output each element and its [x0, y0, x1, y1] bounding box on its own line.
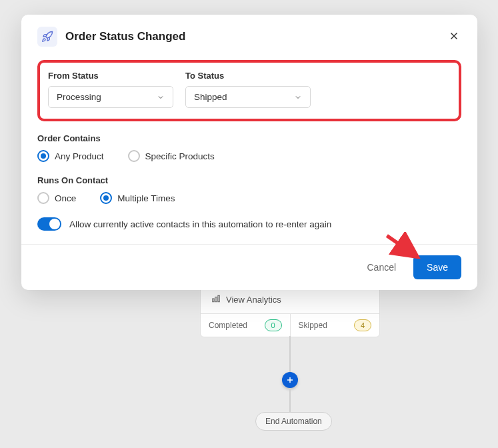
radio-once[interactable]: Once	[37, 192, 76, 204]
completed-count: 0	[265, 319, 282, 331]
connector-line	[289, 336, 291, 373]
save-button[interactable]: Save	[413, 255, 461, 279]
radio-any-product[interactable]: Any Product	[37, 150, 104, 162]
radio-specific-products[interactable]: Specific Products	[128, 150, 215, 162]
order-contains-label: Order Contains	[37, 133, 461, 143]
to-status-label: To Status	[185, 71, 311, 81]
radio-multiple-times[interactable]: Multiple Times	[100, 192, 175, 204]
status-highlight-box: From Status Processing To Status Shipped	[37, 60, 461, 121]
end-automation-pill[interactable]: End Automation	[255, 412, 332, 431]
completed-stat: Completed 0	[201, 314, 291, 337]
to-status-value: Shipped	[194, 92, 227, 102]
cancel-button[interactable]: Cancel	[360, 257, 403, 278]
close-button[interactable]	[448, 30, 461, 43]
order-contains-group: Any Product Specific Products	[37, 150, 461, 162]
reentry-toggle[interactable]	[37, 217, 61, 231]
from-status-label: From Status	[48, 71, 173, 81]
toggle-knob	[49, 219, 60, 229]
reentry-label: Allow currently active contacts in this …	[69, 219, 331, 229]
radio-icon	[100, 192, 112, 204]
modal-title: Order Status Changed	[65, 30, 185, 43]
order-status-modal: Order Status Changed From Status Process…	[21, 15, 477, 290]
svg-rect-0	[213, 299, 214, 302]
runs-on-group: Once Multiple Times	[37, 192, 461, 204]
view-analytics-link[interactable]: View Analytics	[211, 294, 369, 305]
from-status-value: Processing	[57, 92, 101, 102]
chevron-down-icon	[294, 93, 302, 101]
radio-icon	[37, 150, 49, 162]
runs-on-label: Runs On Contact	[37, 175, 461, 185]
radio-icon	[37, 192, 49, 204]
radio-icon	[128, 150, 140, 162]
analytics-label: View Analytics	[226, 295, 281, 305]
connector-line	[289, 388, 291, 413]
chevron-down-icon	[157, 93, 165, 101]
from-status-select[interactable]: Processing	[48, 86, 173, 108]
skipped-stat: Skipped 4	[291, 314, 380, 337]
svg-rect-1	[215, 297, 217, 302]
rocket-icon	[37, 27, 57, 47]
add-step-button[interactable]	[282, 372, 298, 388]
to-status-select[interactable]: Shipped	[185, 86, 311, 108]
analytics-icon	[211, 294, 221, 305]
svg-rect-2	[218, 295, 219, 301]
skipped-count: 4	[354, 319, 371, 331]
